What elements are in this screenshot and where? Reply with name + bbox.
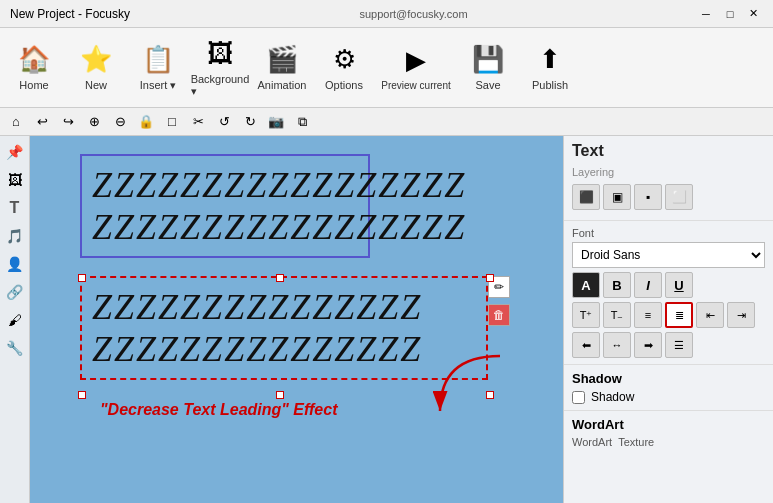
publish-icon: ⬆	[539, 44, 561, 75]
text-box2-line2: ZZZZZZZZZZZZZZZ	[92, 328, 476, 370]
minimize-button[interactable]: ─	[697, 5, 715, 23]
publish-button[interactable]: ⬆ Publish	[520, 32, 580, 104]
sidebar-people-icon[interactable]: 👤	[3, 252, 27, 276]
redo-btn[interactable]: ↪	[56, 110, 80, 134]
insert-button[interactable]: 📋 Insert ▾	[128, 32, 188, 104]
bold-btn[interactable]: B	[603, 272, 631, 298]
layer-front-btn[interactable]: ⬛	[572, 184, 600, 210]
sidebar-music-icon[interactable]: 🎵	[3, 224, 27, 248]
shadow-section: Shadow Shadow	[564, 365, 773, 411]
superscript-btn[interactable]: T⁺	[572, 302, 600, 328]
options-button[interactable]: ⚙ Options	[314, 32, 374, 104]
wordart-label: WordArt	[572, 436, 612, 448]
sidebar-pin-icon[interactable]: 📌	[3, 140, 27, 164]
preview-label: Preview current	[381, 80, 450, 91]
layer-backward-btn[interactable]: ▪	[634, 184, 662, 210]
resize-handle-bm[interactable]	[276, 391, 284, 399]
preview-button[interactable]: ▶ Preview current	[376, 32, 456, 104]
align-right-btn[interactable]: ➡	[634, 332, 662, 358]
right-panel: Text Layering ⬛ ▣ ▪ ⬜ Font Droid Sans A …	[563, 136, 773, 503]
font-color-btn[interactable]: A	[572, 272, 600, 298]
line-spacing-decrease-btn[interactable]: ≣	[665, 302, 693, 328]
animation-button[interactable]: 🎬 Animation	[252, 32, 312, 104]
home-icon: 🏠	[18, 44, 50, 75]
background-label: Background ▾	[191, 73, 250, 98]
preview-icon: ▶	[406, 45, 426, 76]
frame-btn[interactable]: □	[160, 110, 184, 134]
sidebar-paint-icon[interactable]: 🖌	[3, 308, 27, 332]
arrow-indicator	[420, 346, 510, 429]
indent-right-btn[interactable]: ⇥	[727, 302, 755, 328]
sub-toolbar: ⌂ ↩ ↪ ⊕ ⊖ 🔒 □ ✂ ↺ ↻ 📷 ⧉	[0, 108, 773, 136]
save-icon: 💾	[472, 44, 504, 75]
home-button[interactable]: 🏠 Home	[4, 32, 64, 104]
background-icon: 🖼	[207, 38, 233, 69]
resize-handle-tr[interactable]	[486, 274, 494, 282]
wordart-row: WordArt Texture	[572, 436, 765, 448]
options-icon: ⚙	[333, 44, 356, 75]
home-label: Home	[19, 79, 48, 91]
insert-icon: 📋	[142, 44, 174, 75]
font-select[interactable]: Droid Sans	[572, 242, 765, 268]
sidebar-settings-icon[interactable]: 🔧	[3, 336, 27, 360]
new-button[interactable]: ⭐ New	[66, 32, 126, 104]
background-button[interactable]: 🖼 Background ▾	[190, 32, 250, 104]
sidebar-link-icon[interactable]: 🔗	[3, 280, 27, 304]
rotate-right-btn[interactable]: ↻	[238, 110, 262, 134]
home-sub-btn[interactable]: ⌂	[4, 110, 28, 134]
zoom-out-btn[interactable]: ⊖	[108, 110, 132, 134]
texture-label: Texture	[618, 436, 654, 448]
layer-back-btn[interactable]: ⬜	[665, 184, 693, 210]
align-left-btn[interactable]: ⬅	[572, 332, 600, 358]
new-label: New	[85, 79, 107, 91]
wordart-title: WordArt	[572, 417, 765, 432]
shadow-checkbox[interactable]	[572, 391, 585, 404]
animation-icon: 🎬	[266, 44, 298, 75]
shadow-row: Shadow	[572, 390, 765, 404]
screenshot-btn[interactable]: 📷	[264, 110, 288, 134]
maximize-button[interactable]: □	[721, 5, 739, 23]
align-justify-btn[interactable]: ☰	[665, 332, 693, 358]
text-box1-line2: ZZZZZZZZZZZZZZZZZ	[92, 206, 358, 248]
font-label: Font	[572, 227, 765, 239]
sidebar-image-icon[interactable]: 🖼	[3, 168, 27, 192]
spacing-buttons: T⁺ T₋ ≡ ≣ ⇤ ⇥	[572, 302, 765, 328]
align-center-btn[interactable]: ↔	[603, 332, 631, 358]
sidebar-text-icon[interactable]: T	[3, 196, 27, 220]
font-section: Font Droid Sans A B I U T⁺ T₋ ≡ ≣ ⇤ ⇥	[564, 221, 773, 365]
main-toolbar: 🏠 Home ⭐ New 📋 Insert ▾ 🖼 Background ▾ 🎬…	[0, 28, 773, 108]
canvas-area: ZZZZZZZZZZZZZZZZZ ZZZZZZZZZZZZZZZZZ ZZZZ…	[30, 136, 563, 503]
align-buttons: ⬅ ↔ ➡ ☰	[572, 332, 765, 358]
resize-handle-tl[interactable]	[78, 274, 86, 282]
text-panel-header: Text Layering ⬛ ▣ ▪ ⬜	[564, 136, 773, 221]
indent-left-btn[interactable]: ⇤	[696, 302, 724, 328]
resize-handle-tm[interactable]	[276, 274, 284, 282]
lock-btn[interactable]: 🔒	[134, 110, 158, 134]
resize-handle-bl[interactable]	[78, 391, 86, 399]
shadow-label: Shadow	[591, 390, 634, 404]
shadow-title: Shadow	[572, 371, 765, 386]
undo-btn[interactable]: ↩	[30, 110, 54, 134]
cut-btn[interactable]: ✂	[186, 110, 210, 134]
save-button[interactable]: 💾 Save	[458, 32, 518, 104]
underline-btn[interactable]: U	[665, 272, 693, 298]
duplicate-btn[interactable]: ⧉	[290, 110, 314, 134]
text-box-1[interactable]: ZZZZZZZZZZZZZZZZZ ZZZZZZZZZZZZZZZZZ	[80, 154, 370, 258]
italic-btn[interactable]: I	[634, 272, 662, 298]
left-sidebar: 📌 🖼 T 🎵 👤 🔗 🖌 🔧	[0, 136, 30, 503]
options-label: Options	[325, 79, 363, 91]
subscript-btn[interactable]: T₋	[603, 302, 631, 328]
rotate-left-btn[interactable]: ↺	[212, 110, 236, 134]
text-box2-line1: ZZZZZZZZZZZZZZZ	[92, 286, 476, 328]
titlebar-title: New Project - Focusky	[10, 7, 130, 21]
list-btn[interactable]: ≡	[634, 302, 662, 328]
layer-forward-btn[interactable]: ▣	[603, 184, 631, 210]
panel-title: Text	[572, 142, 765, 160]
zoom-in-btn[interactable]: ⊕	[82, 110, 106, 134]
publish-label: Publish	[532, 79, 568, 91]
close-button[interactable]: ✕	[745, 5, 763, 23]
titlebar-controls: ─ □ ✕	[697, 5, 763, 23]
delete-button[interactable]: 🗑	[488, 304, 510, 326]
new-icon: ⭐	[80, 44, 112, 75]
layering-label: Layering	[572, 166, 765, 178]
